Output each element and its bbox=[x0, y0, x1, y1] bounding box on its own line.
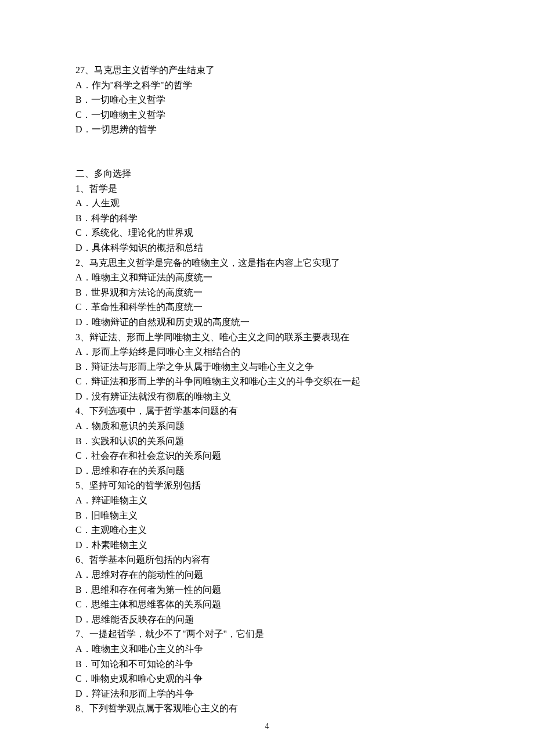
question-option: B．思维和存在何者为第一性的问题 bbox=[75, 582, 459, 597]
question-option: B．科学的科学 bbox=[75, 211, 459, 226]
question-stem: 27、马克思主义哲学的产生结束了 bbox=[75, 63, 459, 78]
question-option: A．唯物主义和唯心主义的斗争 bbox=[75, 642, 459, 657]
page-number: 4 bbox=[0, 720, 534, 733]
question-option: B．辩证法与形而上学之争从属于唯物主义与唯心主义之争 bbox=[75, 359, 459, 375]
question-option: B．一切唯心主义哲学 bbox=[75, 92, 459, 107]
question-option: C．系统化、理论化的世界观 bbox=[75, 225, 459, 240]
question-stem: 6、哲学基本问题所包括的内容有 bbox=[75, 552, 459, 567]
question-stem: 3、辩证法、形而上学同唯物主义、唯心主义之间的联系主要表现在 bbox=[75, 330, 459, 345]
question-stem: 5、坚持可知论的哲学派别包括 bbox=[75, 478, 459, 493]
question-option: A．思维对存在的能动性的问题 bbox=[75, 567, 459, 582]
question-option: D．思维能否反映存在的问题 bbox=[75, 612, 459, 627]
question-option: B．可知论和不可知论的斗争 bbox=[75, 657, 459, 672]
question-option: C．辩证法和形而上学的斗争同唯物主义和唯心主义的斗争交织在一起 bbox=[75, 374, 459, 389]
question-option: D．唯物辩证的自然观和历史观的高度统一 bbox=[75, 315, 459, 330]
section-gap bbox=[75, 137, 459, 166]
question-option: C．唯物史观和唯心史观的斗争 bbox=[75, 671, 459, 686]
document-page: 27、马克思主义哲学的产生结束了 A．作为"科学之科学"的哲学 B．一切唯心主义… bbox=[0, 0, 534, 716]
question-option: C．一切唯物主义哲学 bbox=[75, 107, 459, 123]
question-option: A．辩证唯物主义 bbox=[75, 493, 459, 508]
question-option: D．一切思辨的哲学 bbox=[75, 122, 459, 137]
question-option: A．人生观 bbox=[75, 196, 459, 211]
question-option: C．社会存在和社会意识的关系问题 bbox=[75, 448, 459, 463]
question-option: B．实践和认识的关系问题 bbox=[75, 434, 459, 449]
section-heading: 二、多向选择 bbox=[75, 166, 459, 181]
question-option: D．具体科学知识的概括和总结 bbox=[75, 240, 459, 255]
question-option: D．思维和存在的关系问题 bbox=[75, 463, 459, 478]
question-stem: 8、下列哲学观点属于客观唯心主义的有 bbox=[75, 701, 459, 716]
question-option: B．世界观和方法论的高度统一 bbox=[75, 285, 459, 300]
question-stem: 2、马克思主义哲学是完备的唯物主义，这是指在内容上它实现了 bbox=[75, 255, 459, 271]
question-option: B．旧唯物主义 bbox=[75, 508, 459, 523]
question-option: A．物质和意识的关系问题 bbox=[75, 419, 459, 434]
question-stem: 1、哲学是 bbox=[75, 181, 459, 196]
question-option: C．革命性和科学性的高度统一 bbox=[75, 300, 459, 315]
question-stem: 7、一提起哲学，就少不了"两个对子"，它们是 bbox=[75, 627, 459, 642]
question-option: C．主观唯心主义 bbox=[75, 523, 459, 538]
question-option: A．作为"科学之科学"的哲学 bbox=[75, 78, 459, 93]
question-option: D．没有辨证法就没有彻底的唯物主义 bbox=[75, 389, 459, 404]
question-option: A．形而上学始终是同唯心主义相结合的 bbox=[75, 344, 459, 359]
question-stem: 4、下列选项中，属于哲学基本问题的有 bbox=[75, 404, 459, 419]
question-option: D．朴素唯物主义 bbox=[75, 538, 459, 553]
question-option: C．思维主体和思维客体的关系问题 bbox=[75, 597, 459, 612]
question-option: D．辩证法和形而上学的斗争 bbox=[75, 686, 459, 701]
question-option: A．唯物主义和辩证法的高度统一 bbox=[75, 270, 459, 285]
